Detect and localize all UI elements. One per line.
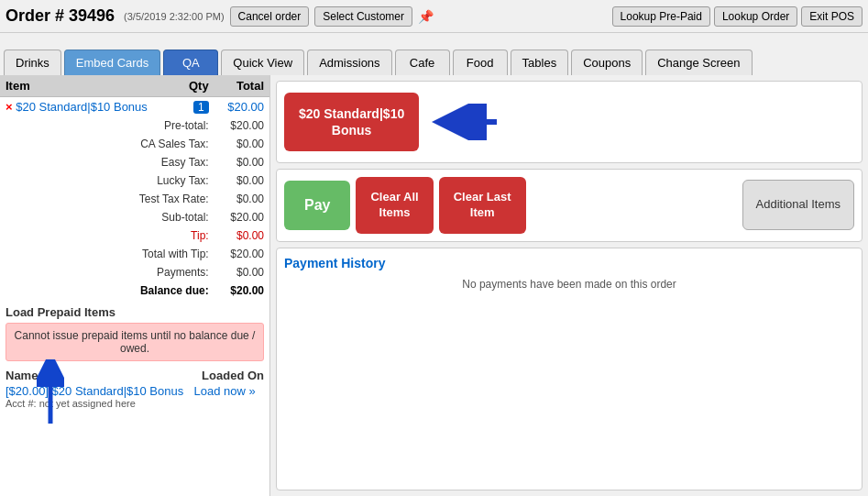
tab-coupons[interactable]: Coupons	[571, 50, 643, 75]
prepaid-loaded-header: Loaded On	[202, 369, 264, 382]
pretotal-row: Pre-total: $20.00	[0, 116, 269, 135]
item-qty: 1	[178, 97, 214, 117]
prepaid-acct: Acct #: not yet assigned here	[5, 398, 264, 409]
prepaid-item-name: [$20.00] $20 Standard|$10 Bonus Load now…	[5, 384, 264, 398]
tab-cafe[interactable]: Cafe	[395, 50, 450, 75]
payments-label: Payments:	[0, 263, 214, 281]
nav-tabs: Drinks Embed Cards QA Quick View Admissi…	[0, 33, 868, 75]
col-item: Item	[0, 75, 178, 97]
payment-history-title: Payment History	[284, 256, 854, 270]
load-now-link[interactable]: Load now »	[194, 384, 256, 398]
col-qty: Qty	[178, 75, 214, 97]
lookup-order-button[interactable]: Lookup Order	[714, 6, 797, 27]
balance-label: Balance due:	[0, 281, 214, 300]
product-area: $20 Standard|$10Bonus	[276, 81, 863, 163]
prepaid-name-header: Name	[5, 369, 38, 382]
tip-row: Tip: $0.00	[0, 226, 269, 245]
tab-drinks[interactable]: Drinks	[4, 50, 61, 75]
table-row: × $20 Standard|$10 Bonus 1 $20.00	[0, 97, 269, 117]
right-panel: $20 Standard|$10Bonus Pay Clear AllItems…	[270, 75, 868, 496]
tab-qa[interactable]: QA	[163, 50, 218, 75]
total-tip-value: $20.00	[214, 245, 269, 263]
ca-tax-label: CA Sales Tax:	[0, 135, 214, 153]
col-total: Total	[214, 75, 269, 97]
subtotal-value: $20.00	[214, 208, 269, 226]
test-tax-row: Test Tax Rate: $0.00	[0, 190, 269, 208]
test-tax-label: Test Tax Rate:	[0, 190, 214, 208]
tab-quick-view[interactable]: Quick View	[221, 50, 304, 75]
total-tip-row: Total with Tip: $20.00	[0, 245, 269, 263]
main-layout: Item Qty Total × $20 Standard|$10 Bonus …	[0, 75, 868, 496]
exit-pos-button[interactable]: Exit POS	[801, 6, 863, 27]
action-area: Pay Clear AllItems Clear LastItem Additi…	[276, 169, 863, 242]
pretotal-label: Pre-total:	[0, 116, 214, 135]
payment-no-items: No payments have been made on this order	[284, 278, 854, 291]
subtotal-row: Sub-total: $20.00	[0, 208, 269, 226]
load-prepaid-title: Load Prepaid Items	[5, 305, 264, 319]
pin-icon: 📌	[418, 9, 434, 24]
payments-row: Payments: $0.00	[0, 263, 269, 281]
blue-arrow-right-svg	[428, 104, 501, 140]
balance-value: $20.00	[214, 281, 269, 300]
payments-value: $0.00	[214, 263, 269, 281]
payment-history-area: Payment History No payments have been ma…	[276, 248, 863, 490]
remove-item-button[interactable]: ×	[5, 100, 13, 114]
pay-button[interactable]: Pay	[284, 181, 350, 230]
pretotal-value: $20.00	[214, 116, 269, 135]
arrow-indicator	[428, 104, 501, 140]
order-table: Item Qty Total × $20 Standard|$10 Bonus …	[0, 75, 269, 300]
header-right-buttons: Lookup Pre-Paid Lookup Order Exit POS	[612, 6, 863, 27]
subtotal-label: Sub-total:	[0, 208, 214, 226]
test-tax-value: $0.00	[214, 190, 269, 208]
tab-food[interactable]: Food	[453, 50, 508, 75]
left-panel: Item Qty Total × $20 Standard|$10 Bonus …	[0, 75, 270, 496]
tab-change-screen[interactable]: Change Screen	[645, 50, 752, 75]
cancel-order-button[interactable]: Cancel order	[230, 6, 310, 27]
prepaid-warning: Cannot issue prepaid items until no bala…	[5, 323, 264, 361]
ca-tax-value: $0.00	[214, 135, 269, 153]
order-date: (3/5/2019 2:32:00 PM)	[124, 11, 224, 22]
header: Order # 39496 (3/5/2019 2:32:00 PM) Canc…	[0, 0, 868, 33]
balance-row: Balance due: $20.00	[0, 281, 269, 300]
item-total: $20.00	[214, 97, 269, 117]
tip-label: Tip:	[0, 226, 214, 245]
total-tip-label: Total with Tip:	[0, 245, 214, 263]
item-remove-cell: × $20 Standard|$10 Bonus	[0, 97, 178, 117]
ca-tax-row: CA Sales Tax: $0.00	[0, 135, 269, 153]
prepaid-headers: Name Loaded On	[5, 367, 264, 384]
order-title: Order # 39496	[5, 6, 115, 26]
lucky-tax-label: Lucky Tax:	[0, 171, 214, 190]
clear-all-items-button[interactable]: Clear AllItems	[356, 177, 433, 234]
lucky-tax-value: $0.00	[214, 171, 269, 190]
product-button[interactable]: $20 Standard|$10Bonus	[284, 93, 419, 151]
tab-embed-cards[interactable]: Embed Cards	[64, 50, 160, 75]
load-prepaid-section: Load Prepaid Items Cannot issue prepaid …	[0, 300, 269, 414]
easy-tax-value: $0.00	[214, 153, 269, 171]
lucky-tax-row: Lucky Tax: $0.00	[0, 171, 269, 190]
easy-tax-label: Easy Tax:	[0, 153, 214, 171]
tab-admissions[interactable]: Admissions	[307, 50, 391, 75]
bottom-buttons: Suspend Return Items Close order Invoice…	[0, 490, 269, 496]
tab-tables[interactable]: Tables	[511, 50, 569, 75]
select-customer-button[interactable]: Select Customer	[314, 6, 412, 27]
additional-items-button[interactable]: Additional Items	[742, 180, 855, 230]
clear-last-item-button[interactable]: Clear LastItem	[439, 177, 526, 234]
qty-badge: 1	[193, 101, 209, 114]
item-name: $20 Standard|$10 Bonus	[16, 100, 148, 114]
tip-value: $0.00	[214, 226, 269, 245]
easy-tax-row: Easy Tax: $0.00	[0, 153, 269, 171]
lookup-prepaid-button[interactable]: Lookup Pre-Paid	[612, 6, 710, 27]
